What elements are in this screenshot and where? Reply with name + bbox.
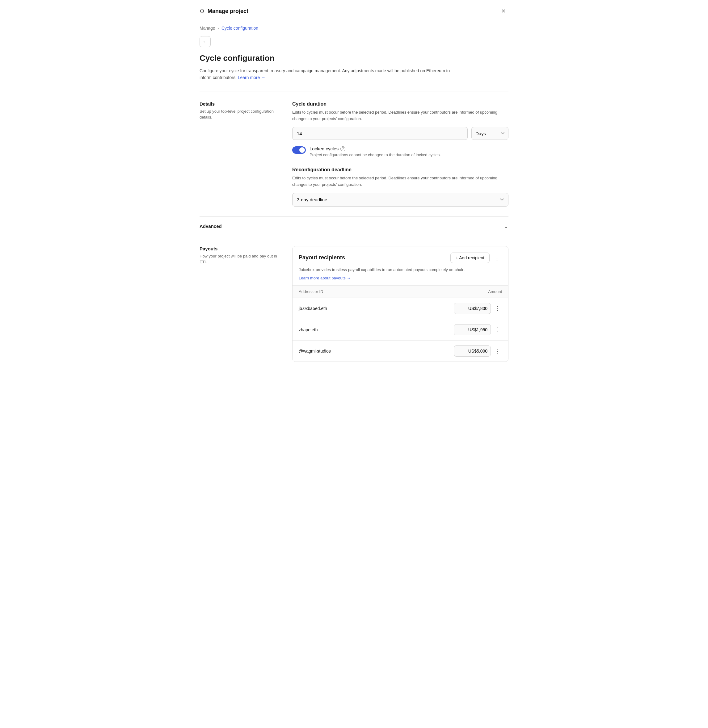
back-button[interactable]: ← bbox=[200, 36, 211, 47]
cycle-duration-config: Cycle duration Edits to cycles must occu… bbox=[292, 101, 508, 207]
cycle-duration-description: Edits to cycles must occur before the se… bbox=[292, 109, 508, 122]
amount-input-2[interactable] bbox=[454, 324, 491, 335]
cycle-duration-section: Details Set up your top-level project co… bbox=[200, 91, 508, 216]
payouts-sublabel: How your project will be paid and pay ou… bbox=[200, 253, 280, 265]
duration-input[interactable] bbox=[292, 127, 468, 140]
advanced-label: Advanced bbox=[200, 223, 222, 229]
details-label-group: Details Set up your top-level project co… bbox=[200, 101, 280, 207]
add-recipient-button[interactable]: + Add recipient bbox=[450, 253, 490, 263]
locked-cycles-label: Locked cycles ? bbox=[309, 146, 441, 151]
reconfig-deadline-description: Edits to cycles must occur before the se… bbox=[292, 175, 508, 188]
amount-cell-1: ⋮ bbox=[384, 298, 508, 319]
modal-header: ⚙ Manage project × bbox=[187, 0, 521, 21]
cycle-duration-title: Cycle duration bbox=[292, 101, 508, 107]
duration-row: Days Weeks Months bbox=[292, 127, 508, 140]
amount-input-3[interactable] bbox=[454, 346, 491, 357]
locked-cycles-sublabel: Project configurations cannot be changed… bbox=[309, 152, 441, 157]
breadcrumb-manage-link[interactable]: Manage bbox=[200, 26, 215, 30]
recipients-card: Payout recipients + Add recipient ⋮ Juic… bbox=[292, 246, 508, 362]
row-more-icon-1: ⋮ bbox=[495, 305, 501, 312]
recipients-card-header: Payout recipients + Add recipient ⋮ Juic… bbox=[293, 246, 508, 285]
address-cell-3: @wagmi-studios bbox=[293, 340, 384, 362]
payouts-section: Payouts How your project will be paid an… bbox=[200, 236, 508, 372]
modal-title: Manage project bbox=[207, 8, 248, 14]
toggle-label-group: Locked cycles ? Project configurations c… bbox=[309, 146, 441, 157]
recipients-title-row: Payout recipients + Add recipient ⋮ bbox=[299, 253, 502, 263]
learn-more-link[interactable]: Learn more → bbox=[238, 75, 266, 80]
reconfig-deadline-section: Reconfiguration deadline Edits to cycles… bbox=[292, 167, 508, 207]
locked-cycles-toggle-row: Locked cycles ? Project configurations c… bbox=[292, 146, 508, 157]
locked-cycles-info-icon[interactable]: ? bbox=[340, 146, 345, 151]
payouts-label: Payouts bbox=[200, 246, 280, 251]
back-arrow-icon: ← bbox=[203, 39, 207, 45]
modal-title-row: ⚙ Manage project bbox=[200, 8, 248, 14]
advanced-section[interactable]: Advanced ⌄ bbox=[200, 216, 508, 236]
amount-column-header: Amount bbox=[384, 285, 508, 298]
address-column-header: Address or ID bbox=[293, 285, 384, 298]
reconfig-deadline-select[interactable]: 3-day deadline 1-day deadline 7-day dead… bbox=[292, 193, 508, 207]
locked-cycles-toggle[interactable] bbox=[292, 146, 306, 154]
address-cell-1: jb.0xba5ed.eth bbox=[293, 298, 384, 319]
row-more-button-2[interactable]: ⋮ bbox=[493, 326, 502, 334]
address-cell-2: zhape.eth bbox=[293, 319, 384, 340]
table-header: Address or ID Amount bbox=[293, 285, 508, 298]
table-row: @wagmi-studios ⋮ bbox=[293, 340, 508, 362]
row-more-button-3[interactable]: ⋮ bbox=[493, 347, 502, 355]
duration-unit-select[interactable]: Days Weeks Months bbox=[472, 127, 508, 140]
page-title: Cycle configuration bbox=[200, 54, 508, 63]
row-more-button-1[interactable]: ⋮ bbox=[493, 304, 502, 313]
recipients-description: Juicebox provides trustless payroll capa… bbox=[299, 267, 502, 273]
row-more-icon-2: ⋮ bbox=[495, 326, 501, 333]
amount-input-1[interactable] bbox=[454, 303, 491, 314]
reconfig-deadline-title: Reconfiguration deadline bbox=[292, 167, 508, 172]
toggle-slider bbox=[292, 146, 306, 154]
page-description: Configure your cycle for transparent tre… bbox=[200, 67, 453, 81]
breadcrumb-current: Cycle configuration bbox=[222, 26, 258, 30]
recipients-actions: + Add recipient ⋮ bbox=[450, 253, 502, 263]
recipients-more-button[interactable]: ⋮ bbox=[492, 253, 502, 263]
recipients-table-body: jb.0xba5ed.eth ⋮ bbox=[293, 298, 508, 362]
more-dots-icon: ⋮ bbox=[494, 254, 500, 262]
breadcrumb-chevron: › bbox=[218, 26, 219, 30]
advanced-chevron-icon: ⌄ bbox=[504, 223, 508, 230]
close-button[interactable]: × bbox=[499, 6, 508, 16]
recipients-title: Payout recipients bbox=[299, 255, 345, 261]
table-row: jb.0xba5ed.eth ⋮ bbox=[293, 298, 508, 319]
amount-cell-2: ⋮ bbox=[384, 319, 508, 340]
row-more-icon-3: ⋮ bbox=[495, 347, 501, 355]
breadcrumb: Manage › Cycle configuration bbox=[187, 21, 521, 35]
payouts-learn-more-link[interactable]: Learn more about payouts → bbox=[299, 276, 351, 280]
back-button-wrap: ← bbox=[187, 35, 521, 54]
details-label: Details bbox=[200, 101, 280, 107]
amount-cell-3: ⋮ bbox=[384, 340, 508, 362]
recipients-table: Address or ID Amount jb.0xba5ed.eth bbox=[293, 285, 508, 362]
gear-icon: ⚙ bbox=[200, 8, 205, 14]
payouts-label-group: Payouts How your project will be paid an… bbox=[200, 246, 280, 362]
main-content: Cycle configuration Configure your cycle… bbox=[187, 54, 521, 372]
details-sublabel: Set up your top-level project configurat… bbox=[200, 109, 280, 120]
table-row: zhape.eth ⋮ bbox=[293, 319, 508, 340]
close-icon: × bbox=[502, 7, 506, 15]
